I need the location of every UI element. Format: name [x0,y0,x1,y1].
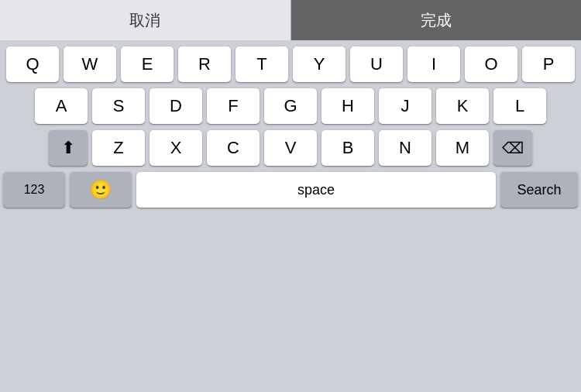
shift-key[interactable]: ⬆ [49,130,88,166]
key-row-1: Q W E R T Y U I O P [3,46,578,82]
emoji-icon: 🙂 [89,179,112,201]
key-p[interactable]: P [522,46,575,82]
key-d[interactable]: D [150,88,202,124]
key-h[interactable]: H [321,88,374,124]
key-u[interactable]: U [350,46,403,82]
key-j[interactable]: J [379,88,431,124]
toolbar: 取消 完成 [0,0,581,40]
key-b[interactable]: B [321,130,374,166]
space-label: space [297,182,335,198]
cancel-label: 取消 [129,10,160,31]
key-y[interactable]: Y [293,46,346,82]
key-k[interactable]: K [436,88,489,124]
key-row-3: ⬆ Z X C V B N M ⌫ [3,130,578,166]
emoji-key[interactable]: 🙂 [70,172,132,208]
key-row-2: A S D F G H J K L [3,88,578,124]
key-z[interactable]: Z [92,130,145,166]
key-123-label: 123 [24,183,45,197]
key-e[interactable]: E [121,46,174,82]
key-s[interactable]: S [92,88,145,124]
key-r[interactable]: R [178,46,231,82]
key-123[interactable]: 123 [3,172,65,208]
key-m[interactable]: M [436,130,489,166]
done-label: 完成 [421,10,452,31]
key-f[interactable]: F [207,88,260,124]
key-x[interactable]: X [150,130,202,166]
key-row-4: 123 🙂 space Search [3,172,578,208]
search-key[interactable]: Search [500,172,578,208]
key-g[interactable]: G [264,88,317,124]
key-w[interactable]: W [64,46,116,82]
done-button[interactable]: 完成 [291,0,582,40]
key-c[interactable]: C [207,130,260,166]
key-a[interactable]: A [35,88,88,124]
key-t[interactable]: T [235,46,288,82]
cancel-button[interactable]: 取消 [0,0,291,40]
delete-icon: ⌫ [502,139,524,157]
key-i[interactable]: I [407,46,460,82]
key-l[interactable]: L [493,88,546,124]
key-o[interactable]: O [465,46,517,82]
search-label: Search [517,182,561,198]
space-key[interactable]: space [136,172,496,208]
shift-icon: ⬆ [61,138,75,158]
key-q[interactable]: Q [6,46,59,82]
delete-key[interactable]: ⌫ [493,130,532,166]
key-n[interactable]: N [379,130,431,166]
key-v[interactable]: V [264,130,317,166]
keyboard: Q W E R T Y U I O P A S D F G H J K L ⬆ … [0,40,581,392]
